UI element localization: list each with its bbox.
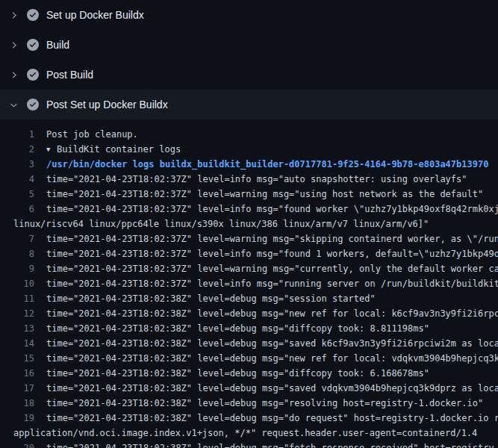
log-area: 1 Post job cleanup. 2 ▼BuildKit containe… xyxy=(0,119,498,448)
log-line-text: time="2021-04-23T18:02:38Z" level=debug … xyxy=(46,396,498,411)
step-header-4[interactable]: Post Set up Docker Buildx xyxy=(0,90,498,119)
check-circle-icon xyxy=(27,69,39,81)
log-line-text: time="2021-04-23T18:02:37Z" level=info m… xyxy=(46,276,498,291)
check-circle-icon xyxy=(27,99,39,111)
log-line: 15 time="2021-04-23T18:02:38Z" level=deb… xyxy=(0,351,498,366)
log-line: application/vnd.oci.image.index.v1+json,… xyxy=(0,426,498,441)
log-line-number[interactable]: 10 xyxy=(0,276,34,291)
log-line-text: time="2021-04-23T18:02:37Z" level=info m… xyxy=(46,202,498,217)
log-line-text: time="2021-04-23T18:02:38Z" level=debug … xyxy=(46,381,498,396)
log-line: 13 time="2021-04-23T18:02:38Z" level=deb… xyxy=(0,321,498,336)
step-header-1[interactable]: Set up Docker Buildx xyxy=(0,0,498,30)
log-line-number[interactable]: 13 xyxy=(0,321,34,336)
log-line-number[interactable]: 2 xyxy=(0,142,34,157)
log-line: 1 Post job cleanup. xyxy=(0,127,498,142)
log-line: 18 time="2021-04-23T18:02:38Z" level=deb… xyxy=(0,396,498,411)
log-line-number[interactable]: 18 xyxy=(0,396,34,411)
log-line: 14 time="2021-04-23T18:02:38Z" level=deb… xyxy=(0,336,498,351)
log-line-number[interactable]: 12 xyxy=(0,306,34,321)
log-line: 19 time="2021-04-23T18:02:38Z" level=deb… xyxy=(0,411,498,426)
actions-log-viewer: Set up Docker Buildx Build Post Build xyxy=(0,0,498,448)
chevron-icon xyxy=(7,100,19,110)
log-line[interactable]: 2 ▼BuildKit container logs xyxy=(0,142,498,157)
chevron-icon xyxy=(7,10,19,20)
log-line: 17 time="2021-04-23T18:02:38Z" level=deb… xyxy=(0,381,498,396)
log-line-text: time="2021-04-23T18:02:37Z" level=warnin… xyxy=(46,261,498,276)
check-circle-icon xyxy=(27,9,39,21)
log-line: 8 time="2021-04-23T18:02:37Z" level=info… xyxy=(0,246,498,261)
log-line: 7 time="2021-04-23T18:02:37Z" level=warn… xyxy=(0,231,498,246)
log-line: 3 /usr/bin/docker logs buildx_buildkit_b… xyxy=(0,157,498,172)
log-line-text: Post job cleanup. xyxy=(46,127,498,142)
log-line-text: time="2021-04-23T18:02:37Z" level=info m… xyxy=(46,172,498,187)
log-line: 9 time="2021-04-23T18:02:37Z" level=warn… xyxy=(0,261,498,276)
log-line-number[interactable]: 19 xyxy=(0,411,34,426)
log-line-number[interactable]: 16 xyxy=(0,366,34,381)
step-label: Post Set up Docker Buildx xyxy=(46,99,168,111)
log-line-text: time="2021-04-23T18:02:38Z" level=debug … xyxy=(46,411,498,426)
step-header-2[interactable]: Build xyxy=(0,30,498,60)
steps-list: Set up Docker Buildx Build Post Build xyxy=(0,0,498,119)
log-line-text: time="2021-04-23T18:02:38Z" level=debug … xyxy=(46,441,498,448)
log-line-number[interactable]: 20 xyxy=(0,441,34,448)
log-line-text: time="2021-04-23T18:02:38Z" level=debug … xyxy=(46,336,498,351)
log-line: 6 time="2021-04-23T18:02:37Z" level=info… xyxy=(0,202,498,217)
log-rows: 1 Post job cleanup. 2 ▼BuildKit containe… xyxy=(0,127,498,448)
log-line-number[interactable]: 9 xyxy=(0,261,34,276)
log-line-number[interactable]: 7 xyxy=(0,231,34,246)
step-label: Post Build xyxy=(46,69,93,81)
log-line-text: application/vnd.oci.image.index.v1+json,… xyxy=(13,426,498,441)
group-toggle-icon[interactable]: ▼ xyxy=(46,142,57,157)
log-line-number[interactable]: 15 xyxy=(0,351,34,366)
log-line-text: time="2021-04-23T18:02:37Z" level=warnin… xyxy=(46,187,498,202)
chevron-icon xyxy=(7,70,19,80)
log-line: 5 time="2021-04-23T18:02:37Z" level=warn… xyxy=(0,187,498,202)
log-line-number[interactable]: 17 xyxy=(0,381,34,396)
log-line-text: time="2021-04-23T18:02:37Z" level=info m… xyxy=(46,246,498,261)
log-line: 10 time="2021-04-23T18:02:37Z" level=inf… xyxy=(0,276,498,291)
step-label: Set up Docker Buildx xyxy=(46,9,144,21)
log-line-text: time="2021-04-23T18:02:38Z" level=debug … xyxy=(46,321,498,336)
log-line-number[interactable]: 4 xyxy=(0,172,34,187)
log-line-text: BuildKit container logs xyxy=(57,142,498,157)
log-line-text: /usr/bin/docker logs buildx_buildkit_bui… xyxy=(46,157,498,172)
log-line: 11 time="2021-04-23T18:02:38Z" level=deb… xyxy=(0,291,498,306)
log-line-text: time="2021-04-23T18:02:38Z" level=debug … xyxy=(46,366,498,381)
log-line-number[interactable]: 3 xyxy=(0,157,34,172)
log-line-number[interactable]: 1 xyxy=(0,127,34,142)
check-circle-icon xyxy=(27,39,39,51)
step-label: Build xyxy=(46,39,69,51)
log-line: 16 time="2021-04-23T18:02:38Z" level=deb… xyxy=(0,366,498,381)
log-line-text: linux/riscv64 linux/ppc64le linux/s390x … xyxy=(13,217,498,231)
log-line-number[interactable]: 8 xyxy=(0,246,34,261)
log-line-text: time="2021-04-23T18:02:37Z" level=warnin… xyxy=(46,231,498,246)
log-line-number[interactable]: 5 xyxy=(0,187,34,202)
log-line-text: time="2021-04-23T18:02:38Z" level=debug … xyxy=(46,351,498,366)
log-line-number[interactable]: 14 xyxy=(0,336,34,351)
log-line-text: time="2021-04-23T18:02:38Z" level=debug … xyxy=(46,306,498,321)
log-line: 20 time="2021-04-23T18:02:38Z" level=deb… xyxy=(0,441,498,448)
log-line-text: time="2021-04-23T18:02:38Z" level=debug … xyxy=(46,291,498,306)
log-line: 12 time="2021-04-23T18:02:38Z" level=deb… xyxy=(0,306,498,321)
log-line-number[interactable]: 11 xyxy=(0,291,34,306)
log-line: 4 time="2021-04-23T18:02:37Z" level=info… xyxy=(0,172,498,187)
log-line: linux/riscv64 linux/ppc64le linux/s390x … xyxy=(0,217,498,231)
step-header-3[interactable]: Post Build xyxy=(0,60,498,90)
log-line-number[interactable]: 6 xyxy=(0,202,34,217)
chevron-icon xyxy=(7,40,19,50)
